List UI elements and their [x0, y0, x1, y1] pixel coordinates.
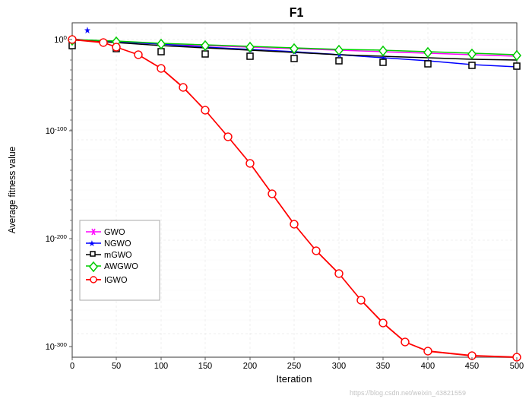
x-tick-500: 500: [510, 361, 524, 370]
legend-awgwo-label: AWGWO: [104, 261, 138, 271]
svg-point-111: [312, 247, 320, 255]
legend-ngwo-marker: ★: [88, 239, 96, 248]
x-tick-400: 400: [421, 361, 435, 370]
svg-rect-88: [514, 63, 520, 69]
svg-point-112: [335, 270, 343, 277]
x-tick-50: 50: [112, 361, 121, 370]
x-tick-150: 150: [198, 361, 212, 370]
x-tick-300: 300: [332, 361, 346, 370]
x-axis-label: Iteration: [277, 373, 312, 385]
svg-point-110: [290, 220, 298, 228]
svg-point-103: [135, 51, 142, 59]
y-axis-label: Average fitness value: [7, 146, 17, 233]
chart-container: F1: [0, 0, 532, 399]
svg-point-104: [157, 65, 165, 72]
chart-svg: F1: [0, 0, 532, 399]
svg-point-101: [100, 39, 107, 46]
x-tick-350: 350: [376, 361, 390, 370]
x-tick-0: 0: [70, 361, 74, 370]
x-tick-450: 450: [465, 361, 479, 370]
watermark: https://blog.csdn.net/weixin_43821559: [350, 389, 466, 397]
svg-point-102: [112, 43, 120, 51]
svg-rect-82: [247, 53, 253, 59]
x-tick-250: 250: [287, 361, 301, 370]
x-tick-200: 200: [243, 361, 257, 370]
svg-rect-84: [336, 58, 342, 64]
legend-igwo-marker: [90, 277, 97, 283]
svg-point-115: [401, 338, 409, 346]
svg-point-108: [246, 160, 254, 167]
svg-rect-85: [380, 59, 386, 65]
svg-rect-80: [158, 49, 164, 55]
x-tick-100: 100: [154, 361, 168, 370]
chart-title: F1: [290, 6, 304, 19]
legend-mgwo-marker: [90, 252, 95, 256]
svg-point-114: [379, 319, 387, 327]
svg-rect-87: [469, 62, 475, 68]
svg-point-106: [201, 106, 209, 114]
svg-point-105: [179, 84, 187, 91]
svg-rect-86: [425, 61, 431, 67]
svg-point-116: [424, 347, 432, 355]
legend-ngwo-label: NGWO: [104, 239, 131, 248]
svg-point-107: [224, 133, 232, 141]
legend-mgwo-label: mGWO: [104, 250, 132, 259]
svg-rect-81: [202, 51, 208, 57]
legend-igwo-label: IGWO: [104, 275, 128, 284]
svg-point-109: [268, 190, 276, 198]
svg-rect-83: [291, 55, 297, 62]
svg-point-113: [357, 296, 365, 304]
legend-gwo-label: GWO: [104, 227, 125, 236]
